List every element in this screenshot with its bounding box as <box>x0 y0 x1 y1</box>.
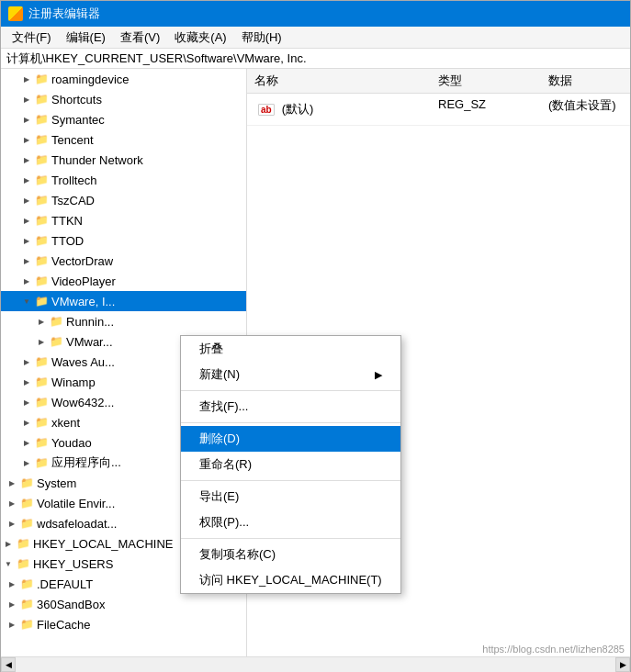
reg-default-icon: ab (默认) <box>254 97 321 121</box>
ctx-permissions[interactable]: 权限(P)... <box>181 510 400 535</box>
tree-item-symantec[interactable]: Symantec <box>1 109 246 129</box>
ctx-delete-label: 删除(D) <box>199 431 240 447</box>
watermark: https://blog.csdn.net/lizhen8285 <box>482 644 625 655</box>
scroll-track[interactable] <box>16 657 615 672</box>
registry-editor-window: 注册表编辑器 文件(F) 编辑(E) 查看(V) 收藏夹(A) 帮助(H) 计算… <box>0 0 631 672</box>
expand-icon-tencent <box>19 132 34 147</box>
ctx-collapse-label: 折叠 <box>199 341 223 357</box>
ctx-rename[interactable]: 重命名(R) <box>181 452 400 477</box>
folder-icon-system <box>19 476 34 490</box>
folder-icon-winamp <box>34 375 49 389</box>
expand-icon-running <box>34 314 49 329</box>
folder-icon-vmware2 <box>49 334 63 349</box>
tree-label-default: .DEFAULT <box>37 577 93 591</box>
col-header-data: 数据 <box>545 71 626 91</box>
expand-icon-roamingdevice <box>19 72 34 86</box>
ctx-find[interactable]: 查找(F)... <box>181 394 400 420</box>
tree-item-tszcad[interactable]: TszCAD <box>1 190 246 210</box>
folder-icon-tencent <box>34 132 49 147</box>
reg-data-cell: (数值未设置) <box>545 95 626 123</box>
ctx-copy-name[interactable]: 复制项名称(C) <box>181 542 400 567</box>
expand-icon-vmware2 <box>34 334 49 349</box>
expand-icon-thunder <box>19 152 34 167</box>
tree-item-360sandbox[interactable]: 360SandBox <box>1 594 246 614</box>
tree-item-vmware[interactable]: VMware, I... <box>1 291 246 311</box>
scroll-left-button[interactable]: ◀ <box>1 657 16 672</box>
folder-icon-vectordraw <box>34 253 49 268</box>
folder-icon-wdsafe <box>19 516 34 531</box>
tree-item-trolltech[interactable]: Trolltech <box>1 170 246 190</box>
right-panel-header: 名称 类型 数据 <box>247 69 630 94</box>
expand-icon-symantec <box>19 112 34 127</box>
ctx-access-hklm[interactable]: 访问 HKEY_LOCAL_MACHINE(T) <box>181 567 400 593</box>
tree-label-wdsafe: wdsafeloadat... <box>37 517 117 531</box>
ctx-export[interactable]: 导出(E) <box>181 484 400 510</box>
tree-item-ttkn[interactable]: TTKN <box>1 210 246 230</box>
folder-icon-wavesaudio <box>34 354 49 369</box>
folder-icon-ttkn <box>34 213 49 228</box>
tree-item-vectordraw[interactable]: VectorDraw <box>1 251 246 271</box>
ctx-separator-1 <box>181 390 400 391</box>
ctx-copy-name-label: 复制项名称(C) <box>199 546 276 563</box>
context-menu: 折叠 新建(N) ▶ 查找(F)... 删除(D) 重命名(R) 导出(E) <box>180 335 401 594</box>
folder-icon-volatile <box>19 496 34 510</box>
main-area: roamingdevice Shortcuts Symantec Tencent <box>1 69 630 656</box>
folder-icon-shortcuts <box>34 92 49 106</box>
horizontal-scrollbar[interactable]: ◀ ▶ <box>1 657 630 672</box>
title-bar: 注册表编辑器 <box>1 1 630 27</box>
tree-item-ttod[interactable]: TTOD <box>1 230 246 251</box>
ctx-delete[interactable]: 删除(D) <box>181 426 400 452</box>
folder-icon-roamingdevice <box>34 72 49 86</box>
tree-label-running: Runnin... <box>66 315 114 329</box>
tree-label-shortcuts: Shortcuts <box>51 93 102 106</box>
expand-icon-ttkn <box>19 213 34 228</box>
tree-item-tencent[interactable]: Tencent <box>1 129 246 150</box>
tree-item-shortcuts[interactable]: Shortcuts <box>1 89 246 109</box>
table-row[interactable]: ab (默认) REG_SZ (数值未设置) <box>247 94 630 126</box>
expand-icon-system <box>5 476 19 490</box>
menu-view[interactable]: 查看(V) <box>113 28 167 48</box>
tree-label-360sandbox: 360SandBox <box>37 598 105 611</box>
tree-label-vectordraw: VectorDraw <box>51 254 113 268</box>
expand-icon-ttod <box>19 233 34 248</box>
tree-item-videoplayer[interactable]: VideoPlayer <box>1 271 246 291</box>
ctx-collapse[interactable]: 折叠 <box>181 336 400 362</box>
tree-item-filecache[interactable]: FileCache <box>1 614 246 634</box>
ctx-arrow-icon: ▶ <box>375 369 382 381</box>
breadcrumb-bar: 计算机\HKEY_CURRENT_USER\Software\VMware, I… <box>1 49 630 69</box>
expand-icon-hku <box>1 556 16 571</box>
expand-icon-winamp <box>19 375 34 389</box>
tree-item-thunder[interactable]: Thunder Network <box>1 150 246 170</box>
ctx-separator-3 <box>181 480 400 481</box>
expand-icon-appdir <box>19 455 34 470</box>
expand-icon-vectordraw <box>19 253 34 268</box>
menu-edit[interactable]: 编辑(E) <box>59 28 113 48</box>
tree-label-trolltech: Trolltech <box>51 174 96 187</box>
menu-bar: 文件(F) 编辑(E) 查看(V) 收藏夹(A) 帮助(H) <box>1 27 630 49</box>
expand-icon-wdsafe <box>5 516 19 531</box>
ctx-access-hklm-label: 访问 HKEY_LOCAL_MACHINE(T) <box>199 572 382 588</box>
folder-icon-tszcad <box>34 193 49 207</box>
tree-label-hklm: HKEY_LOCAL_MACHINE <box>33 537 173 551</box>
tree-label-winamp: Winamp <box>51 375 96 389</box>
tree-label-wavesaudio: Waves Au... <box>51 355 115 369</box>
folder-icon-running <box>49 314 63 329</box>
tree-label-tencent: Tencent <box>51 133 94 147</box>
tree-item-roamingdevice[interactable]: roamingdevice <box>1 69 246 89</box>
ctx-new[interactable]: 新建(N) ▶ <box>181 362 400 387</box>
scrollbar-area: ◀ ▶ <box>1 656 630 671</box>
tree-item-running[interactable]: Runnin... <box>1 311 246 331</box>
tree-label-volatile: Volatile Envir... <box>37 497 115 510</box>
menu-favorites[interactable]: 收藏夹(A) <box>167 28 233 48</box>
folder-icon-xkent <box>34 415 49 430</box>
tree-label-ttkn: TTKN <box>51 214 83 228</box>
scroll-right-button[interactable]: ▶ <box>615 657 630 672</box>
menu-help[interactable]: 帮助(H) <box>234 28 289 48</box>
window-title: 注册表编辑器 <box>28 6 100 22</box>
folder-icon-wow6432 <box>34 395 49 409</box>
menu-file[interactable]: 文件(F) <box>5 28 59 48</box>
folder-icon-thunder <box>34 152 49 167</box>
expand-icon-hklm <box>1 536 16 551</box>
expand-icon-trolltech <box>19 173 34 187</box>
folder-icon-videoplayer <box>34 274 49 288</box>
